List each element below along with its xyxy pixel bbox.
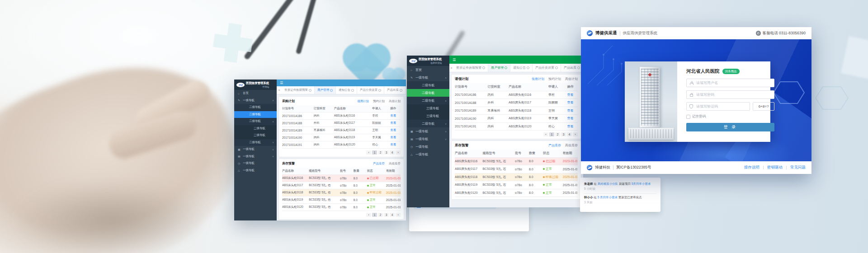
collapse-tabs-icon[interactable] (449, 64, 453, 72)
next-page-icon[interactable] (573, 132, 578, 136)
tab[interactable]: 资质证件效期预警 (282, 86, 315, 94)
tab[interactable]: 产品分类设置 (533, 64, 561, 72)
sidebar-item[interactable]: 一级导航 (234, 146, 277, 153)
plan-filter-link[interactable]: 预约计划 (548, 77, 561, 81)
page-number[interactable]: 2 (378, 213, 383, 217)
page-number[interactable]: 4 (390, 150, 395, 155)
sidebar-item[interactable]: 三级导航 (407, 104, 449, 112)
view-link[interactable]: 查看 (567, 108, 578, 113)
sidebar-item[interactable]: 一级导航 (234, 160, 277, 167)
inventory-filter-link[interactable]: 高值库存 (565, 143, 578, 148)
view-link[interactable]: 查看 (567, 124, 578, 129)
sidebar-item[interactable]: 三级导航 (407, 112, 449, 120)
footer-link[interactable]: 操作说明 (744, 165, 760, 170)
prev-page-icon[interactable] (543, 132, 548, 136)
login-button[interactable]: 登 录 (686, 123, 774, 131)
expiry-date: 2025-01-01 (563, 183, 578, 187)
sidebar-item[interactable]: 一级导航 (407, 150, 449, 158)
sidebar-item[interactable]: 一级导航 (407, 74, 449, 81)
password-field[interactable] (686, 90, 774, 99)
sidebar-item[interactable]: 三级导航 (234, 125, 277, 132)
view-link[interactable]: 查看 (390, 114, 401, 118)
pagination: 1234 (282, 213, 401, 217)
captcha-input[interactable] (695, 104, 747, 109)
hamburger-icon[interactable] (453, 58, 456, 62)
sidebar-item[interactable]: 首页 (234, 90, 277, 97)
plan-filter-link[interactable]: 高值计划 (565, 77, 578, 81)
sidebar-item[interactable]: 二级导航 (234, 111, 277, 118)
feed-item[interactable]: 朱老师 在 风铃精英小分队 新建项目 5月日常小需求 5 小时前 (584, 180, 656, 194)
captcha-question[interactable]: 6+8=? (753, 102, 774, 111)
collapse-tabs-icon[interactable] (277, 86, 282, 94)
prev-page-icon[interactable] (366, 150, 371, 155)
hamburger-icon[interactable] (280, 81, 283, 85)
sidebar-item[interactable]: 一级导航 (407, 127, 449, 135)
plan-filter-link[interactable]: 领用计划 (357, 99, 369, 103)
view-link[interactable]: 查看 (390, 121, 401, 125)
username-input[interactable] (695, 80, 771, 85)
menu-icon (410, 138, 414, 141)
inventory-filter-link[interactable]: 产品库存 (373, 162, 385, 166)
next-page-icon[interactable] (396, 213, 401, 217)
username-field[interactable] (686, 79, 774, 87)
next-page-icon[interactable] (396, 150, 401, 155)
sidebar-item[interactable]: 二级导航 (234, 104, 277, 111)
remember-password-option[interactable]: 记住密码 (686, 114, 774, 119)
password-input[interactable] (695, 92, 771, 97)
captcha-field[interactable] (686, 102, 750, 111)
page-number[interactable]: 1 (372, 150, 377, 155)
sidebar-item[interactable]: 一级导航 (234, 153, 277, 160)
view-link[interactable]: 查看 (567, 116, 578, 121)
inventory-filter-link[interactable]: 产品库存 (548, 143, 561, 148)
sidebar-item[interactable]: 一级导航 (407, 143, 449, 150)
tab[interactable]: 资质证件效期预警 (453, 64, 488, 72)
checkbox-icon[interactable] (686, 115, 690, 119)
tab-label: 产品分类设置 (360, 88, 377, 92)
card-title: 请领计划 (455, 77, 468, 81)
view-link[interactable]: 查看 (390, 143, 401, 147)
tab[interactable]: 产品出库 (384, 86, 406, 94)
tab[interactable]: 用户管理 (488, 64, 510, 72)
page-number[interactable]: 2 (378, 150, 383, 155)
tab[interactable]: 产品分类设置 (357, 86, 384, 94)
sidebar-item[interactable]: 二级导航 (407, 97, 449, 104)
tab[interactable]: 产品出库 (561, 64, 583, 72)
sidebar-item[interactable]: 一级导航 (234, 97, 277, 104)
inventory-filter-link[interactable]: 高值库存 (389, 162, 401, 166)
plan-filter-link[interactable]: 高值计划 (389, 99, 401, 103)
page-number[interactable]: 3 (384, 150, 389, 155)
tab[interactable]: 通知公告 (510, 64, 533, 72)
page-number[interactable]: 2 (555, 132, 560, 136)
view-link[interactable]: 查看 (567, 100, 578, 105)
clinic-topbar (449, 56, 583, 64)
page-number[interactable]: 1 (549, 132, 554, 136)
view-link[interactable]: 查看 (567, 93, 578, 97)
tab-dot-icon (527, 66, 529, 69)
sidebar-item[interactable]: 首页 (407, 66, 449, 74)
footer-link[interactable]: 常见问题 (790, 165, 806, 170)
tab[interactable]: 通知公告 (336, 86, 357, 94)
sidebar-item[interactable]: 一级导航 (407, 135, 449, 143)
sidebar-item[interactable]: 二级导航 (407, 120, 449, 127)
page-number[interactable]: 3 (561, 132, 566, 136)
sidebar-item[interactable]: 二级导航 (234, 118, 277, 125)
sidebar-item[interactable]: 一级导航 (234, 167, 277, 174)
sidebar-item[interactable]: 二级导航 (407, 89, 449, 97)
tab[interactable]: 用户管理 (315, 86, 336, 94)
page-number[interactable]: 4 (390, 213, 395, 217)
prev-page-icon[interactable] (366, 213, 371, 217)
page-number[interactable]: 4 (567, 132, 572, 136)
chevron-icon (445, 130, 447, 133)
feed-item[interactable]: 怀小小 在 5 月日常小需求 更新至已发布状态 3 天前 (584, 194, 656, 207)
plan-filter-link[interactable]: 领用计划 (532, 77, 544, 81)
sidebar-item[interactable]: 二级导航 (234, 139, 277, 146)
page-number[interactable]: 1 (372, 213, 377, 217)
sidebar-item[interactable]: 二级导航 (407, 81, 449, 89)
plan-filter-link[interactable]: 预约计划 (373, 99, 385, 103)
view-link[interactable]: 查看 (390, 128, 401, 132)
tab-dot-icon (400, 89, 402, 92)
view-link[interactable]: 查看 (390, 136, 401, 140)
page-number[interactable]: 3 (384, 213, 389, 217)
sidebar-item[interactable]: 三级导航 (234, 132, 277, 139)
footer-link[interactable]: 密钥驱动 (767, 165, 783, 170)
